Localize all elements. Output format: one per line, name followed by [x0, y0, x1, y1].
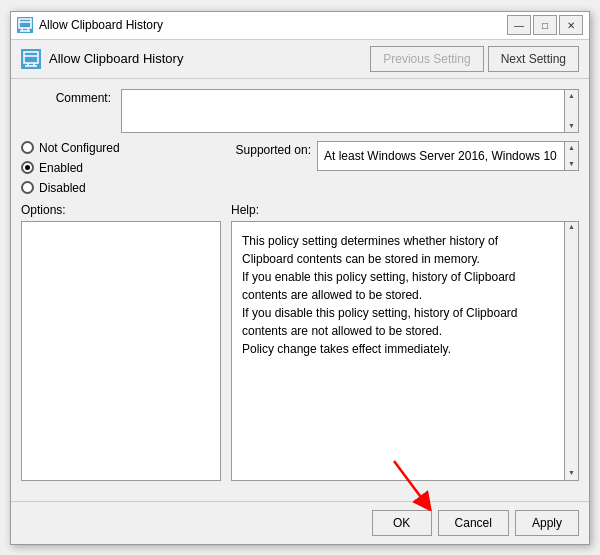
supported-scrollbar[interactable]: ▲ ▼	[564, 142, 578, 170]
header-title: Allow Clipboard History	[49, 51, 362, 66]
window-title: Allow Clipboard History	[39, 18, 507, 32]
ok-button[interactable]: OK	[372, 510, 432, 536]
svg-rect-0	[19, 19, 31, 28]
window-controls: — □ ✕	[507, 15, 583, 35]
apply-button[interactable]: Apply	[515, 510, 579, 536]
help-label: Help:	[231, 203, 579, 217]
svg-rect-5	[24, 52, 38, 63]
window-icon	[17, 17, 33, 33]
main-window: Allow Clipboard History — □ ✕ Allow Clip…	[10, 11, 590, 545]
header-bar: Allow Clipboard History Previous Setting…	[11, 40, 589, 79]
content-area: Comment: ▲ ▼ Not Configured Enabled	[11, 79, 589, 501]
cancel-button[interactable]: Cancel	[438, 510, 509, 536]
supported-section: Supported on: At least Windows Server 20…	[231, 141, 579, 195]
comment-label: Comment:	[21, 89, 111, 133]
scroll-up-arrow[interactable]: ▲	[567, 91, 577, 101]
radio-label-enabled: Enabled	[39, 161, 83, 175]
comment-scrollbar[interactable]: ▲ ▼	[564, 90, 578, 132]
help-panel: Help: This policy setting determines whe…	[231, 203, 579, 481]
radio-not-configured[interactable]: Not Configured	[21, 141, 221, 155]
options-panel: Options:	[21, 203, 221, 481]
radio-disabled[interactable]: Disabled	[21, 181, 221, 195]
bottom-bar: OK Cancel Apply	[11, 501, 589, 544]
minimize-button[interactable]: —	[507, 15, 531, 35]
supported-scroll-up[interactable]: ▲	[567, 143, 577, 153]
nav-buttons: Previous Setting Next Setting	[370, 46, 579, 72]
help-scroll-up[interactable]: ▲	[567, 223, 577, 233]
radio-enabled[interactable]: Enabled	[21, 161, 221, 175]
radio-circle-enabled	[21, 161, 34, 174]
radio-label-disabled: Disabled	[39, 181, 86, 195]
options-box	[21, 221, 221, 481]
help-text: This policy setting determines whether h…	[242, 232, 558, 358]
radio-label-not-configured: Not Configured	[39, 141, 120, 155]
help-scroll-down[interactable]: ▼	[567, 469, 577, 479]
options-label: Options:	[21, 203, 221, 217]
title-bar: Allow Clipboard History — □ ✕	[11, 12, 589, 40]
comment-section: Comment: ▲ ▼	[21, 89, 579, 133]
previous-setting-button[interactable]: Previous Setting	[370, 46, 483, 72]
radio-group: Not Configured Enabled Disabled	[21, 141, 221, 195]
supported-box: At least Windows Server 2016, Windows 10…	[317, 141, 579, 171]
supported-value: At least Windows Server 2016, Windows 10	[324, 149, 557, 163]
maximize-button[interactable]: □	[533, 15, 557, 35]
radio-circle-not-configured	[21, 141, 34, 154]
scroll-down-arrow[interactable]: ▼	[567, 121, 577, 131]
radio-circle-disabled	[21, 181, 34, 194]
comment-box: ▲ ▼	[121, 89, 579, 133]
options-help-area: Options: Help: This policy setting deter…	[21, 203, 579, 481]
help-scrollbar[interactable]: ▲ ▼	[564, 222, 578, 480]
supported-label: Supported on:	[231, 141, 311, 157]
close-button[interactable]: ✕	[559, 15, 583, 35]
help-box: This policy setting determines whether h…	[231, 221, 579, 481]
supported-scroll-down[interactable]: ▼	[567, 159, 577, 169]
header-icon	[21, 49, 41, 69]
next-setting-button[interactable]: Next Setting	[488, 46, 579, 72]
